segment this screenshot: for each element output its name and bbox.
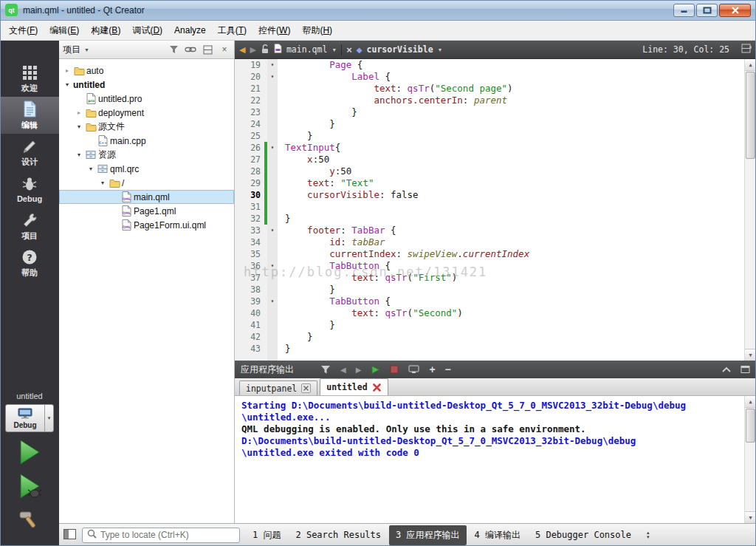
menu-item-debug[interactable]: 调试(D)	[126, 21, 168, 41]
fold-marker[interactable]: ▾	[267, 71, 278, 83]
tree-item-qml-qrc[interactable]: ▾qml.qrc	[59, 162, 234, 176]
mode-edit[interactable]: 编辑	[0, 97, 59, 134]
code-line-26[interactable]: 26▾TextInput{	[235, 142, 756, 154]
code-line-27[interactable]: 27 x:50	[235, 154, 756, 165]
output-scroll-down-icon[interactable]: ▼	[745, 511, 756, 523]
code-line-36[interactable]: 36▾ TabButton {	[235, 260, 756, 272]
rerun-icon[interactable]	[371, 365, 380, 375]
output-pane-button-issues[interactable]: 1 问题	[246, 525, 287, 545]
output-tab-untitled[interactable]: untitled	[320, 378, 388, 395]
tree-item-root-prefix[interactable]: ▾/	[59, 176, 234, 190]
tree-item-main-cpp[interactable]: C++main.cpp	[59, 134, 234, 148]
editor-scrollbar-thumb[interactable]	[746, 72, 755, 159]
fold-marker[interactable]: ▾	[267, 59, 278, 71]
zoom-in-icon[interactable]: +	[429, 366, 435, 373]
tree-item-untitled-pro[interactable]: prountitled.pro	[59, 92, 234, 106]
menu-item-build[interactable]: 构建(B)	[85, 21, 126, 41]
mode-welcome[interactable]: 欢迎	[0, 60, 59, 97]
split-panel-icon[interactable]	[202, 44, 213, 55]
tree-item-auto[interactable]: ▸auto	[59, 64, 234, 78]
toggle-sidebar-icon[interactable]	[63, 529, 76, 542]
filter-output-icon[interactable]	[320, 365, 331, 375]
output-tab-inputpanel[interactable]: inputpanel	[239, 381, 317, 395]
code-editor[interactable]: 19▾ Page {20▾ Label {21 text: qsTr("Seco…	[235, 59, 756, 361]
code-line-25[interactable]: 25 }	[235, 130, 756, 142]
editor-scrollbar[interactable]: ▲ ▼	[744, 59, 756, 361]
collapse-icon[interactable]: ▾	[62, 81, 72, 88]
menu-item-file[interactable]: 文件(F)	[3, 21, 44, 41]
code-line-39[interactable]: 39▾ TabButton {	[235, 296, 756, 307]
output-pane-button-search-results[interactable]: 2 Search Results	[289, 526, 388, 544]
tree-item-resources[interactable]: ▾资源	[59, 148, 234, 162]
code-line-19[interactable]: 19▾ Page {	[235, 59, 756, 71]
locator[interactable]	[82, 528, 240, 543]
tree-item-page1form-ui-qml[interactable]: QMLPage1Form.ui.qml	[59, 218, 234, 232]
fold-marker[interactable]: ▾	[267, 225, 278, 236]
debug-run-button[interactable]	[15, 471, 44, 502]
code-line-23[interactable]: 23 }	[235, 106, 756, 118]
panel-title-dropdown-icon[interactable]: ▼	[84, 47, 89, 52]
scroll-down-icon[interactable]: ▼	[745, 349, 756, 361]
forward-icon[interactable]: ▶	[250, 45, 255, 55]
code-line-43[interactable]: 43}	[235, 343, 756, 355]
fold-marker[interactable]: ▾	[267, 260, 278, 272]
menu-item-window[interactable]: 控件(W)	[252, 21, 296, 41]
symbol-dropdown-icon[interactable]: ▼	[438, 47, 443, 52]
close-button[interactable]	[719, 4, 751, 17]
collapse-icon[interactable]: ▾	[74, 151, 84, 158]
code-line-28[interactable]: 28 y:50	[235, 165, 756, 177]
tree-item-source-files[interactable]: ▾源文件	[59, 120, 234, 134]
code-line-30[interactable]: 30 cursorVisible: false	[235, 189, 756, 201]
filter-icon[interactable]	[168, 44, 179, 55]
scroll-up-icon[interactable]: ▲	[745, 59, 756, 71]
output-pane-button-compile-output[interactable]: 4 编译输出	[468, 525, 527, 545]
open-file-name[interactable]: main.qml	[286, 44, 327, 55]
attach-icon[interactable]	[408, 365, 419, 374]
mode-debug[interactable]: Debug	[0, 171, 59, 208]
titlebar[interactable]: qt main.qml - untitled - Qt Creator	[0, 0, 756, 21]
fold-marker[interactable]: ▾	[267, 142, 278, 154]
output-scrollbar-thumb[interactable]	[746, 409, 755, 443]
editor-empty-area[interactable]	[235, 355, 756, 361]
build-target-selector[interactable]: Debug ▾	[5, 404, 54, 432]
maximize-pane-icon[interactable]	[740, 365, 750, 374]
output-pane-button-application-output[interactable]: 3 应用程序输出	[389, 525, 466, 545]
tree-item-main-qml[interactable]: QMLmain.qml	[59, 190, 234, 204]
code-line-42[interactable]: 42 }	[235, 331, 756, 343]
previous-item-icon[interactable]: ◀	[340, 366, 346, 374]
maximize-button[interactable]	[696, 4, 718, 17]
next-item-icon[interactable]: ▶	[356, 366, 362, 374]
output-text-area[interactable]: Starting D:\Documents\build-untitled-Des…	[235, 396, 756, 523]
minimize-button[interactable]	[673, 4, 695, 17]
collapse-icon[interactable]: ▾	[74, 123, 84, 130]
zoom-out-icon[interactable]: −	[445, 366, 451, 373]
collapse-icon[interactable]: ▾	[86, 165, 96, 172]
menu-item-help[interactable]: 帮助(H)	[296, 21, 338, 41]
tree-item-page1-qml[interactable]: QMLPage1.qml	[59, 204, 234, 218]
close-tab-icon[interactable]	[372, 383, 382, 392]
mode-help[interactable]: ?帮助	[0, 245, 59, 281]
code-line-20[interactable]: 20▾ Label {	[235, 71, 756, 83]
code-line-37[interactable]: 37 text: qsTr("First")	[235, 272, 756, 284]
symbol-name[interactable]: cursorVisible	[367, 44, 433, 55]
stop-icon[interactable]	[390, 365, 399, 374]
pane-navigation-arrows-icon[interactable]: ▴▾	[647, 530, 650, 539]
run-button[interactable]	[15, 437, 44, 468]
output-scroll-up-icon[interactable]: ▲	[745, 396, 756, 408]
code-line-33[interactable]: 33▾ footer: TabBar {	[235, 225, 756, 236]
expand-icon[interactable]: ▸	[74, 109, 84, 116]
output-pane-button-debugger-console[interactable]: 5 Debugger Console	[529, 526, 638, 544]
build-button[interactable]	[15, 505, 44, 536]
code-line-24[interactable]: 24 }	[235, 118, 756, 130]
close-tab-icon[interactable]	[301, 383, 311, 393]
code-line-38[interactable]: 38 }	[235, 284, 756, 296]
panel-title[interactable]: 项目	[63, 44, 80, 56]
menu-item-edit[interactable]: 编辑(E)	[44, 21, 85, 41]
expand-icon[interactable]: ▸	[62, 67, 72, 74]
tree-item-untitled[interactable]: ▾untitled	[59, 78, 234, 92]
target-dropdown-icon[interactable]: ▾	[44, 405, 53, 431]
code-line-41[interactable]: 41 }	[235, 319, 756, 331]
code-line-29[interactable]: 29 text: "Text"	[235, 177, 756, 189]
code-line-31[interactable]: 31	[235, 201, 756, 213]
file-dropdown-icon[interactable]: ▼	[331, 47, 337, 52]
